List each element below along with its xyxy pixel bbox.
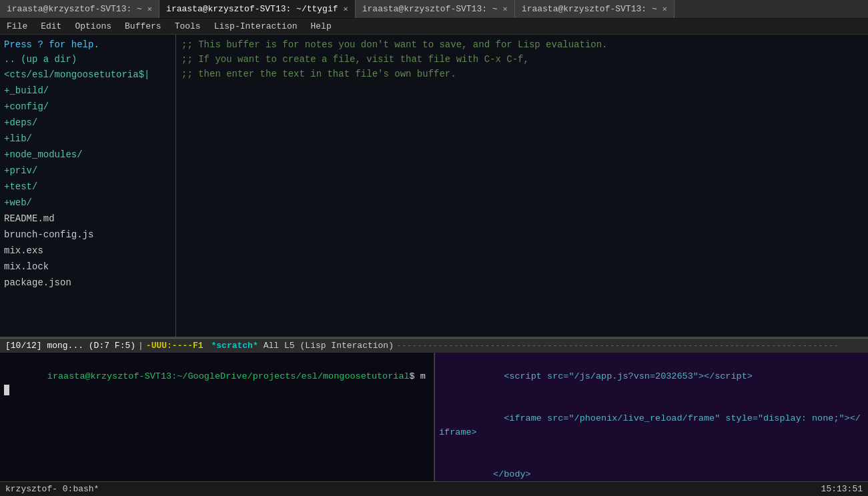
tab-3-label: iraasta@krzysztof-SVT13: ~ [362,4,498,14]
list-item[interactable]: +deps/ [0,115,175,131]
tab-2[interactable]: iraasta@krzysztof-SVT13: ~/ttygif ✕ [159,0,356,18]
tab-1[interactable]: iraasta@krzysztof-SVT13: ~ ✕ [0,0,159,18]
help-text: Press ? for help. [0,35,175,52]
status-position: [10/12] mong... (D:7 F:5) [5,341,135,351]
status-all: All L5 [264,341,295,351]
top-section: Press ? for help. .. (up a dir) <cts/esl… [0,35,868,338]
tab-2-close[interactable]: ✕ [344,4,348,14]
terminal-right[interactable]: <script src="/js/app.js?vsn=2032653"></s… [435,353,868,481]
tab-4-label: iraasta@krzysztof-SVT13: ~ [522,4,657,14]
list-item[interactable]: +test/ [0,179,175,195]
list-item[interactable]: <cts/esl/mongoosetutoria$| [0,67,175,83]
list-item[interactable]: +config/ [0,99,175,115]
terminal-line: iraasta@krzysztof-SVT13:~/GoogleDrive/pr… [4,355,430,411]
status-dashes: ----------------------------------------… [396,341,839,351]
terminal-code: </body> [482,469,531,479]
list-item[interactable]: +node_modules/ [0,147,175,163]
list-item[interactable]: README.md [0,211,175,227]
cursor [4,385,9,395]
app-container: iraasta@krzysztof-SVT13: ~ ✕ iraasta@krz… [0,0,868,496]
bottom-status-bar: krzysztof- 0:bash* 15:13:51 [0,481,868,496]
list-item[interactable]: package.json [0,275,175,291]
tab-1-label: iraasta@krzysztof-SVT13: ~ [7,4,142,14]
list-item[interactable]: +priv/ [0,163,175,179]
status-space [206,341,211,351]
list-item[interactable]: +web/ [0,195,175,211]
list-item[interactable]: mix.lock [0,259,175,275]
menu-edit[interactable]: Edit [38,20,64,33]
menu-tools[interactable]: Tools [172,20,203,33]
session-info: krzysztof- 0:bash* [5,484,99,494]
tab-bar: iraasta@krzysztof-SVT13: ~ ✕ iraasta@krz… [0,0,868,19]
menu-lisp[interactable]: Lisp-Interaction [211,20,300,33]
bottom-section: iraasta@krzysztof-SVT13:~/GoogleDrive/pr… [0,353,868,481]
tab-4[interactable]: iraasta@krzysztof-SVT13: ~ ✕ [515,0,675,18]
status-mode-name: (Lisp Interaction) [300,341,394,351]
terminal-line: </body> [439,453,864,481]
terminal-line: <iframe src="/phoenix/live_reload/frame"… [439,397,864,453]
list-item[interactable]: +lib/ [0,131,175,147]
tab-3[interactable]: iraasta@krzysztof-SVT13: ~ ✕ [356,0,515,18]
status-buffer: *scratch* [211,341,258,351]
menu-buffers[interactable]: Buffers [122,20,164,33]
terminal-code: <iframe src="/phoenix/live_reload/frame"… [439,413,861,437]
status-mode: -UUU:----F1 [146,341,203,351]
tab-4-close[interactable]: ✕ [663,4,667,14]
editor-line: ;; This buffer is for notes you don't wa… [181,37,863,52]
list-item[interactable]: mix.exs [0,243,175,259]
terminal-left[interactable]: iraasta@krzysztof-SVT13:~/GoogleDrive/pr… [0,353,434,481]
status-divider: | [138,341,143,351]
editor-line: ;; If you want to create a file, visit t… [181,52,863,67]
list-item[interactable]: brunch-config.js [0,227,175,243]
terminal-line: <script src="/js/app.js?vsn=2032653"></s… [439,355,864,397]
menu-options[interactable]: Options [72,20,114,33]
editor-content[interactable]: ;; This buffer is for notes you don't wa… [176,35,868,337]
tab-1-close[interactable]: ✕ [147,4,152,14]
menu-bar: File Edit Options Buffers Tools Lisp-Int… [0,19,868,35]
editor-line: ;; then enter the text in that file's ow… [181,67,863,81]
terminal-code: <script src="/js/app.js?vsn=2032653"></s… [482,371,753,381]
terminal-prompt: iraasta@krzysztof-SVT13:~/GoogleDrive/pr… [47,371,410,381]
file-browser: Press ? for help. .. (up a dir) <cts/esl… [0,35,175,337]
tab-3-close[interactable]: ✕ [503,4,508,14]
menu-help[interactable]: Help [308,20,334,33]
clock: 15:13:51 [821,484,863,494]
list-item[interactable]: +_build/ [0,83,175,99]
terminal-dollar: $ m [410,371,426,381]
menu-file[interactable]: File [4,20,30,33]
current-path: .. (up a dir) [0,52,175,67]
tab-2-label: iraasta@krzysztof-SVT13: ~/ttygif [166,4,338,14]
editor-pane: ;; This buffer is for notes you don't wa… [176,35,868,337]
editor-status-bar: [10/12] mong... (D:7 F:5) | -UUU:----F1 … [0,338,868,353]
